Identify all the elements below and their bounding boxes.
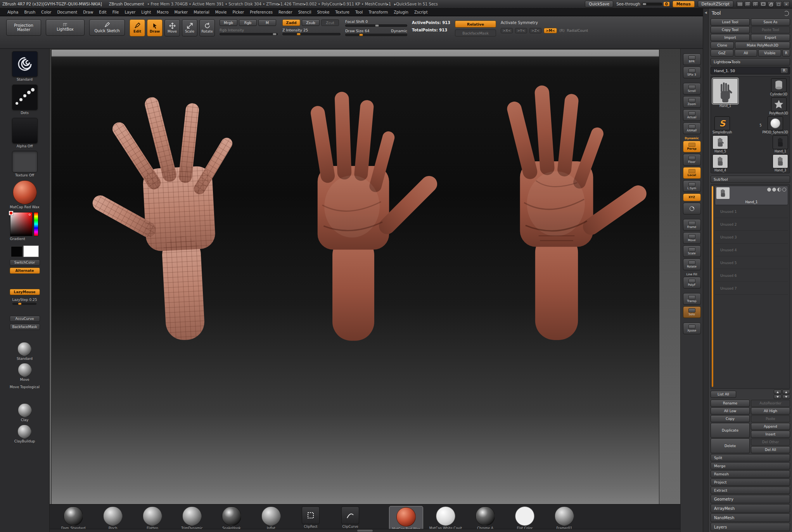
uv-icon[interactable] bbox=[772, 188, 776, 192]
menu-zscript[interactable]: Zscript bbox=[412, 9, 431, 15]
subtool-paste-button[interactable]: Paste bbox=[751, 415, 790, 422]
menu-stencil[interactable]: Stencil bbox=[296, 9, 314, 15]
quicksave-button[interactable]: QuickSave bbox=[585, 1, 613, 7]
hand-wireframe[interactable] bbox=[84, 92, 245, 345]
lsym-button[interactable]: L.Sym bbox=[683, 180, 701, 192]
hand-smooth-center[interactable] bbox=[310, 92, 440, 341]
xpose-button[interactable]: Xpose bbox=[683, 323, 701, 334]
paste-tool-button[interactable]: Paste Tool bbox=[751, 26, 790, 33]
tool-thumb-polymesh3d[interactable]: PolyMesh3D bbox=[769, 97, 788, 115]
zcut-button[interactable]: Zcut bbox=[321, 19, 339, 26]
quick-brush-clay[interactable]: Clay bbox=[18, 403, 32, 422]
material-thumbnail[interactable] bbox=[13, 180, 37, 204]
alpha-selector[interactable]: Alpha Off bbox=[12, 118, 38, 149]
brush-dam-standard[interactable]: Dam_Standard bbox=[57, 506, 90, 530]
all-low-button[interactable]: All Low bbox=[711, 408, 750, 415]
quick-brush-move[interactable]: Move bbox=[18, 363, 32, 382]
dynamic-draw-size-label[interactable]: Dynamic bbox=[391, 29, 407, 33]
menu-file[interactable]: File bbox=[110, 9, 122, 15]
brush-cliprect[interactable]: ClipRect bbox=[294, 506, 327, 529]
secondary-color-swatch[interactable] bbox=[11, 246, 22, 257]
menu-edit[interactable]: Edit bbox=[96, 9, 109, 15]
merge-section[interactable]: Merge bbox=[711, 462, 790, 470]
menu-stroke[interactable]: Stroke bbox=[314, 9, 332, 15]
tool-thumb-hand4[interactable]: Hand_4 bbox=[712, 154, 728, 172]
zsub-button[interactable]: Zsub bbox=[302, 19, 320, 26]
split-section[interactable]: Split bbox=[711, 454, 790, 461]
lightbox-tools-bar[interactable]: Lightbox▸Tools bbox=[711, 58, 790, 66]
menu-tool[interactable]: Tool bbox=[353, 9, 365, 15]
remesh-section[interactable]: Remesh bbox=[711, 470, 790, 478]
floor-button[interactable]: Floor bbox=[683, 154, 701, 166]
goz-all-button[interactable]: All bbox=[735, 50, 757, 57]
aahalf-button[interactable]: AAHalf bbox=[683, 123, 701, 134]
tool-thumb-cylinder3d[interactable]: Cylinder3D bbox=[769, 78, 788, 96]
current-tool-bar[interactable]: Hand_1. 50 R bbox=[711, 67, 790, 74]
lazymouse-button[interactable]: LazyMouse bbox=[10, 289, 40, 295]
xyz-button[interactable]: XYZ bbox=[683, 193, 701, 201]
lazystep-slider[interactable]: LazyStep 0.25 bbox=[12, 297, 37, 305]
edit-mode-button[interactable]: Edit bbox=[130, 19, 145, 36]
texture-thumbnail[interactable] bbox=[12, 151, 38, 173]
subtool-copy-button[interactable]: Copy bbox=[711, 415, 750, 422]
menu-color[interactable]: Color bbox=[38, 9, 54, 15]
quick-brush-claybuildup[interactable]: ClayBuildup bbox=[14, 425, 35, 444]
see-through-slider[interactable] bbox=[642, 3, 662, 5]
persp-button[interactable]: Persp bbox=[683, 141, 701, 152]
menus-button[interactable]: Menus bbox=[673, 1, 695, 7]
del-other-button[interactable]: Del Other bbox=[751, 439, 790, 446]
menu-marker[interactable]: Marker bbox=[172, 9, 191, 15]
subtool-section-header[interactable]: SubTool bbox=[711, 176, 790, 183]
quick-sketch-button[interactable]: Quick Sketch bbox=[89, 19, 125, 36]
scroll-button[interactable]: Scroll bbox=[683, 83, 701, 95]
menu-document[interactable]: Document bbox=[54, 9, 80, 15]
subtool-select-down-button[interactable] bbox=[774, 395, 782, 399]
hue-strip[interactable] bbox=[34, 212, 38, 236]
tool-thumb-hand3[interactable]: Hand_3 bbox=[773, 154, 788, 172]
color-picker[interactable]: Gradient bbox=[10, 212, 40, 241]
project-section[interactable]: Project bbox=[711, 478, 790, 486]
transp-button[interactable]: Transp bbox=[683, 293, 701, 305]
projection-master-button[interactable]: Projection Master bbox=[6, 19, 41, 36]
lightbox-button[interactable]: LightBox bbox=[46, 19, 85, 36]
arraymesh-section[interactable]: ArrayMesh bbox=[711, 504, 790, 513]
close-button[interactable]: × bbox=[783, 1, 790, 7]
m-button[interactable]: M bbox=[258, 19, 276, 26]
panels-grid-icon[interactable] bbox=[752, 1, 759, 7]
material-framer[interactable]: Framer01 bbox=[548, 506, 581, 530]
alpha-thumbnail[interactable] bbox=[12, 118, 38, 143]
current-tool-r-button[interactable]: R bbox=[780, 68, 788, 74]
goz-r-button[interactable]: R bbox=[782, 50, 790, 57]
see-through-control[interactable]: See-through 0 bbox=[616, 2, 669, 6]
sym-y-button[interactable]: >Y< bbox=[515, 28, 527, 33]
all-high-button[interactable]: All High bbox=[751, 408, 790, 415]
switchcolor-button[interactable]: SwitchColor bbox=[10, 259, 40, 266]
focal-shift-slider[interactable]: Focal Shift 0 bbox=[345, 19, 407, 27]
tool-thumb-pm3d-sphere3d[interactable]: PM3D_Sphere3D bbox=[763, 116, 788, 134]
mrgb-button[interactable]: Mrgb bbox=[220, 19, 237, 26]
zoom-button[interactable]: Zoom bbox=[683, 96, 701, 108]
menu-brush[interactable]: Brush bbox=[21, 9, 38, 15]
del-all-button[interactable]: Del All bbox=[751, 446, 790, 453]
list-all-button[interactable]: List All bbox=[711, 391, 736, 398]
menu-alpha[interactable]: Alpha bbox=[5, 9, 21, 15]
brush-flatten[interactable]: Flatten bbox=[136, 506, 169, 530]
quick-brush-move-topological[interactable]: Move Topological bbox=[10, 384, 40, 389]
rgb-intensity-slider[interactable]: Rgb Intensity bbox=[220, 28, 278, 35]
tool-thumb-hand1-dark[interactable]: Hand_1 bbox=[773, 135, 788, 153]
stroke-thumbnail[interactable] bbox=[12, 85, 38, 110]
export-button[interactable]: Export bbox=[751, 34, 790, 41]
menu-render[interactable]: Render bbox=[276, 9, 295, 15]
sym-m-button[interactable]: >M< bbox=[544, 28, 557, 33]
brush-selector[interactable]: Standard bbox=[12, 51, 38, 82]
panel-collapse-strip[interactable]: ◀ bbox=[703, 9, 709, 532]
brush-thumbnail[interactable] bbox=[12, 51, 38, 77]
subtool-move-down-button[interactable] bbox=[782, 395, 790, 399]
subtool-scrollbar[interactable] bbox=[712, 186, 713, 387]
gradient-toggle[interactable]: Gradient bbox=[10, 237, 25, 241]
subtool-slot[interactable]: Unused 3 bbox=[715, 231, 788, 244]
material-flat-color[interactable]: Flat Color bbox=[508, 506, 541, 530]
brush-inflat[interactable]: Inflat bbox=[254, 506, 288, 530]
autoreorder-button[interactable]: AutoReorder bbox=[751, 400, 790, 407]
accucurve-button[interactable]: AccuCurve bbox=[10, 316, 40, 322]
